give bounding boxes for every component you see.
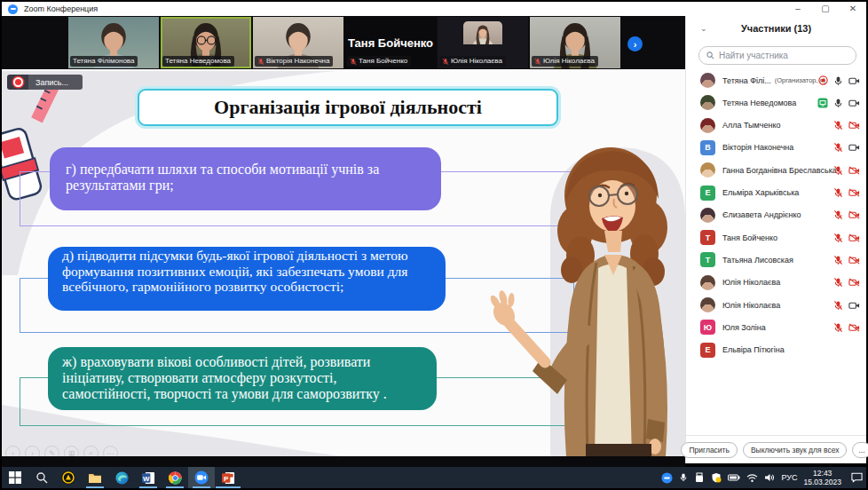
search-participant-input[interactable]: Найти участника bbox=[698, 46, 856, 65]
participant-name: Юлія Ніколаєва bbox=[722, 301, 780, 310]
presentation-slide: Запись... Організація ігрової діяльності… bbox=[2, 69, 685, 456]
slideshow-control-button[interactable]: › bbox=[25, 446, 40, 456]
search-placeholder: Найти участника bbox=[719, 51, 788, 60]
participant-name: Татьяна Лисовская bbox=[722, 256, 793, 265]
camera-on-icon bbox=[848, 98, 860, 108]
camera-off-icon bbox=[848, 165, 860, 176]
slideshow-control-button[interactable]: ‹ bbox=[5, 446, 20, 456]
invite-button[interactable]: Пригласить bbox=[681, 442, 738, 458]
participant-row[interactable]: Юлія Ніколаєва bbox=[686, 294, 866, 316]
mic-off-icon bbox=[833, 120, 843, 130]
speaker-icon[interactable] bbox=[764, 472, 775, 483]
participant-name: Вікторія Наконечна bbox=[722, 143, 793, 152]
camera-off-icon bbox=[848, 255, 860, 265]
participant-row[interactable]: ЕЕльміра Харьківська bbox=[686, 182, 866, 204]
participant-row[interactable]: Ганна Богданівна Бреславська bbox=[686, 159, 866, 181]
participant-row[interactable]: ЕЕльвіра Пітюгіна bbox=[686, 339, 866, 361]
participant-row[interactable]: Єлизавета Андрієнко bbox=[686, 204, 866, 226]
participant-row[interactable]: Алла Тымченко bbox=[686, 115, 866, 137]
close-button[interactable]: ✕ bbox=[848, 2, 857, 16]
participants-title: Участники (13) bbox=[686, 23, 866, 34]
mic-on-icon bbox=[833, 75, 843, 86]
participant-name: Тетяна Неведомова bbox=[722, 99, 796, 107]
slideshow-controls[interactable]: ‹›✎⊞⌕⋯ bbox=[5, 446, 118, 456]
taskbar: WP РУС 12:43 15.03.2023 bbox=[2, 467, 866, 488]
slideshow-control-button[interactable]: ⋯ bbox=[103, 446, 118, 456]
powerpoint-icon[interactable]: P bbox=[215, 467, 241, 488]
notification-icon[interactable] bbox=[851, 472, 863, 483]
video-tile[interactable]: Тетяна Неведомова bbox=[161, 17, 251, 68]
camera-on-icon bbox=[848, 142, 860, 153]
participant-row[interactable]: Тетяна Неведомова bbox=[686, 91, 866, 114]
video-tile[interactable]: Юлія Ніколаєва bbox=[530, 17, 620, 68]
slideshow-control-button[interactable]: ⊞ bbox=[64, 446, 79, 456]
avatar: Е bbox=[700, 186, 715, 201]
participant-row[interactable]: ТТаня Бойченко bbox=[686, 226, 866, 249]
tile-name-label: Тетяна Неведомова bbox=[162, 56, 234, 67]
participant-row[interactable]: Тетяна Філі...(Организатор, я) bbox=[686, 69, 866, 91]
avatar bbox=[700, 297, 715, 312]
slide-bottom-strip bbox=[2, 456, 685, 467]
avatar bbox=[700, 118, 715, 133]
camera-off-icon bbox=[848, 120, 860, 130]
file-explorer-icon[interactable] bbox=[82, 467, 108, 488]
clock[interactable]: 12:43 15.03.2023 bbox=[803, 469, 841, 486]
avatar bbox=[700, 73, 715, 88]
taskbar-search-icon[interactable] bbox=[28, 467, 55, 488]
usb-icon[interactable] bbox=[694, 472, 705, 483]
edge-icon[interactable] bbox=[108, 467, 135, 488]
avatar bbox=[700, 95, 715, 110]
mic-off-icon bbox=[833, 209, 843, 220]
search-icon bbox=[706, 51, 714, 59]
participant-name: Єлизавета Андрієнко bbox=[722, 210, 801, 219]
participant-row[interactable]: ТТатьяна Лисовская bbox=[686, 249, 866, 271]
more-options-button[interactable]: ... bbox=[852, 442, 868, 458]
maximize-button[interactable]: ▢ bbox=[821, 2, 830, 16]
participant-row[interactable]: Юлія Ніколаєва bbox=[686, 272, 866, 294]
minimize-button[interactable]: – bbox=[793, 2, 802, 16]
muted-mic-icon bbox=[350, 58, 357, 66]
slideshow-control-button[interactable]: ⌕ bbox=[83, 446, 99, 456]
camera-off-icon bbox=[848, 233, 860, 243]
word-icon[interactable]: W bbox=[135, 467, 162, 488]
slide-text-box: д) підводити підсумки будь-якої ігрової … bbox=[48, 247, 446, 311]
participant-name: Ельміра Харьківська bbox=[722, 188, 799, 197]
participant-row[interactable]: ЮЮля Золіна bbox=[686, 316, 866, 338]
video-tile[interactable]: Вікторія Наконечна bbox=[253, 17, 343, 68]
tile-name-label: Юлія Ніколаєва bbox=[532, 56, 598, 67]
zoom-status-icon[interactable] bbox=[661, 472, 673, 484]
security-shield-icon[interactable] bbox=[711, 472, 722, 483]
taskbar-app-icon[interactable] bbox=[55, 467, 82, 488]
video-strip: Тетяна ФілімоноваТетяна НеведомоваВіктор… bbox=[2, 16, 685, 69]
tray-mic-icon[interactable] bbox=[679, 472, 688, 483]
participant-name: Юлія Ніколаєва bbox=[722, 278, 780, 287]
mic-off-icon bbox=[833, 233, 843, 243]
participant-row[interactable]: ВВікторія Наконечна bbox=[686, 137, 866, 159]
mic-off-icon bbox=[833, 322, 843, 333]
participant-name: Тетяна Філі... bbox=[722, 76, 771, 85]
video-tile[interactable]: Таня БойченкоТаня Бойченко bbox=[345, 17, 436, 68]
recording-dot-icon bbox=[818, 75, 828, 85]
chrome-icon[interactable] bbox=[162, 467, 188, 488]
mic-off-icon bbox=[833, 277, 843, 288]
window-titlebar: Zoom Конференция – ▢ ✕ bbox=[2, 2, 866, 16]
slideshow-control-button[interactable]: ✎ bbox=[44, 446, 59, 456]
mute-all-button[interactable]: Выключить звук для всех bbox=[743, 442, 848, 458]
svg-text:P: P bbox=[224, 474, 229, 482]
participant-name: Ганна Богданівна Бреславська bbox=[722, 166, 837, 175]
recording-label: Запись... bbox=[28, 75, 83, 90]
muted-mic-icon bbox=[442, 58, 449, 66]
muted-mic-icon bbox=[534, 58, 541, 66]
language-indicator[interactable]: РУС bbox=[781, 473, 797, 482]
video-tile[interactable]: Юлія Ніколаєва bbox=[438, 17, 528, 68]
video-tile[interactable]: Тетяна Філімонова bbox=[68, 17, 159, 68]
start-button[interactable] bbox=[2, 467, 28, 488]
window-title: Zoom Конференция bbox=[24, 4, 98, 13]
wifi-icon[interactable] bbox=[746, 473, 758, 483]
zoom-taskbar-icon[interactable] bbox=[188, 467, 215, 488]
record-icon bbox=[13, 77, 23, 87]
participant-name: Ельвіра Пітюгіна bbox=[722, 345, 785, 354]
screen-share-icon bbox=[817, 98, 828, 108]
battery-icon[interactable] bbox=[728, 472, 740, 483]
next-page-videos-button[interactable]: › bbox=[627, 36, 643, 51]
